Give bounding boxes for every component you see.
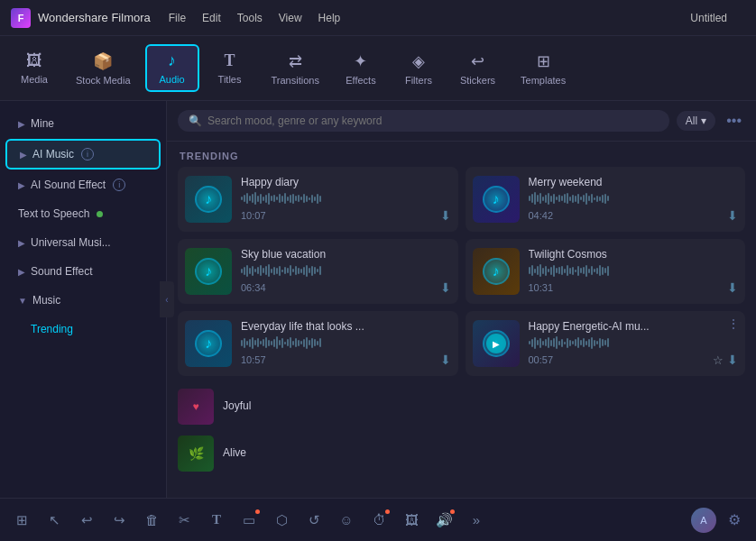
sidebar-item-text-to-speech[interactable]: Text to Speech	[5, 200, 161, 227]
search-input[interactable]	[207, 115, 659, 127]
track-duration-everyday-life: 10:57	[241, 354, 266, 365]
menu-file[interactable]: File	[169, 12, 186, 24]
sidebar-item-universal-music[interactable]: ▶ Universal Musi...	[5, 229, 161, 256]
download-icon-sky-blue-vacation[interactable]: ⬇	[440, 280, 451, 295]
toolbar-filters[interactable]: ◈ Filters	[392, 46, 446, 91]
bottom-btn-cursor[interactable]: ↖	[40, 506, 69, 535]
filter-chevron-icon: ▾	[701, 115, 706, 127]
toolbar-titles[interactable]: T Titles	[203, 46, 257, 90]
toolbar-effects[interactable]: ✦ Effects	[334, 46, 388, 91]
sidebar-collapse-button[interactable]: ‹	[160, 281, 174, 317]
waveform-happy-diary	[241, 191, 451, 206]
bottom-btn-grid-view[interactable]: ⊞	[7, 506, 36, 535]
ai-music-info-icon: i	[81, 148, 94, 160]
sidebar-item-sound-effect[interactable]: ▶ Sound Effect	[5, 258, 161, 285]
menu-view[interactable]: View	[279, 12, 302, 24]
toolbar-media[interactable]: 🖼 Media	[7, 46, 61, 90]
toolbar-transitions[interactable]: ⇄ Transitions	[261, 46, 330, 91]
star-icon-happy-energetic[interactable]: ☆	[713, 353, 724, 367]
sound-effect-label: Sound Effect	[31, 265, 93, 278]
toolbar-stock-media[interactable]: 📦 Stock Media	[65, 46, 142, 91]
waveform-happy-energetic	[529, 335, 739, 350]
bottom-btn-cut[interactable]: ✂	[170, 506, 198, 535]
menu-bar: File Edit Tools View Help	[169, 12, 691, 24]
track-title-alive: Alive	[223, 446, 246, 459]
track-card-happy-energetic[interactable]: ♪ ▶ Happy Energetic-AI mu... 00:57 ☆ ⬇	[466, 311, 746, 376]
search-more-button[interactable]: •••	[723, 113, 745, 129]
bottom-btn-rotate[interactable]: ↺	[300, 506, 328, 535]
music-chevron: ▼	[18, 296, 27, 306]
filter-label: All	[686, 115, 697, 127]
filters-icon: ◈	[412, 51, 425, 71]
track-duration-merry-weekend: 04:42	[529, 210, 554, 221]
track-duration-happy-diary: 10:07	[241, 210, 266, 221]
toolbar-audio[interactable]: ♪ Audio	[145, 44, 199, 92]
audio-dot	[450, 509, 455, 514]
download-icon-everyday-life[interactable]: ⬇	[440, 353, 451, 367]
tracks-grid: ♪ Happy diary 10:07 ⬇	[167, 167, 756, 383]
download-icon-happy-energetic[interactable]: ⬇	[727, 353, 738, 367]
track-thumb-merry-weekend: ♪	[473, 176, 520, 223]
mine-label: Mine	[31, 117, 54, 130]
bottom-btn-image[interactable]: 🖼	[397, 506, 426, 535]
download-icon-merry-weekend[interactable]: ⬇	[727, 208, 738, 223]
thumb-bg-twilight-cosmos: ♪	[473, 248, 520, 295]
bottom-btn-face[interactable]: ☺	[332, 506, 361, 535]
toolbar-templates[interactable]: ⊞ Templates	[510, 46, 576, 91]
waveform-merry-weekend	[529, 191, 739, 206]
bottom-btn-more[interactable]: »	[462, 506, 491, 535]
download-icon-happy-diary[interactable]: ⬇	[440, 208, 451, 223]
titlebar: F Wondershare Filmora File Edit Tools Vi…	[0, 0, 756, 36]
text-to-speech-badge	[97, 211, 103, 217]
music-label: Music	[32, 294, 60, 307]
media-icon: 🖼	[26, 51, 42, 70]
track-title-sky-blue-vacation: Sky blue vacation	[241, 248, 451, 261]
search-filter-dropdown[interactable]: All ▾	[677, 111, 715, 131]
settings-button[interactable]: ⚙	[720, 506, 749, 535]
thumb-joyful: ♥	[178, 389, 214, 425]
bottom-btn-undo[interactable]: ↩	[72, 506, 101, 535]
toolbar-stickers[interactable]: ↩ Stickers	[449, 46, 506, 91]
track-card-sky-blue-vacation[interactable]: ♪ Sky blue vacation 06:34 ⬇	[178, 239, 458, 304]
track-card-everyday-life[interactable]: ♪ Everyday life that looks ... 10:57 ⬇	[178, 311, 458, 376]
bottom-btn-speed[interactable]: ⏱	[364, 506, 393, 535]
menu-tools[interactable]: Tools	[237, 12, 263, 24]
logo-icon: F	[11, 8, 31, 28]
track-card-happy-diary[interactable]: ♪ Happy diary 10:07 ⬇	[178, 167, 458, 232]
bottom-btn-mask[interactable]: ⬡	[267, 506, 296, 535]
sidebar-item-ai-music[interactable]: ▶ AI Music i	[5, 139, 161, 170]
main-toolbar: 🖼 Media 📦 Stock Media ♪ Audio T Titles ⇄…	[0, 36, 756, 101]
titles-label: Titles	[218, 74, 242, 85]
track-duration-twilight-cosmos: 10:31	[529, 282, 554, 293]
menu-edit[interactable]: Edit	[202, 12, 221, 24]
sidebar-item-music[interactable]: ▼ Music	[5, 287, 161, 314]
templates-icon: ⊞	[537, 51, 550, 71]
track-options-happy-energetic[interactable]: ⋮	[727, 316, 740, 331]
titles-icon: T	[225, 51, 235, 70]
list-item-alive[interactable]: 🌿 Alive	[167, 430, 756, 477]
bottom-btn-redo[interactable]: ↪	[105, 506, 134, 535]
sidebar-item-mine[interactable]: ▶ Mine	[5, 110, 161, 137]
bottom-btn-text[interactable]: T	[202, 506, 231, 535]
download-icon-twilight-cosmos[interactable]: ⬇	[727, 280, 738, 295]
track-title-happy-energetic: Happy Energetic-AI mu...	[529, 320, 739, 333]
bottom-btn-delete[interactable]: 🗑	[137, 506, 166, 535]
track-meta-sky-blue-vacation: 06:34 ⬇	[241, 280, 451, 295]
track-info-happy-energetic: Happy Energetic-AI mu... 00:57 ☆ ⬇	[529, 320, 739, 367]
sidebar-item-ai-sound-effect[interactable]: ▶ AI Sound Effect i	[5, 171, 161, 198]
track-card-twilight-cosmos[interactable]: ♪ Twilight Cosmos 10:31 ⬇	[466, 239, 746, 304]
mine-chevron: ▶	[18, 119, 25, 129]
bottom-btn-audio[interactable]: 🔊	[429, 506, 458, 535]
speed-dot	[385, 509, 390, 514]
audio-content: 🔍 All ▾ ••• TRENDING ♪ Happy diary	[167, 101, 756, 498]
list-item-joyful[interactable]: ♥ Joyful	[167, 383, 756, 430]
sidebar-item-trending[interactable]: Trending	[5, 316, 161, 343]
ai-music-label: AI Music	[32, 148, 74, 160]
menu-help[interactable]: Help	[318, 12, 341, 24]
user-avatar[interactable]: A	[691, 508, 716, 533]
track-title-happy-diary: Happy diary	[241, 176, 451, 188]
track-card-merry-weekend[interactable]: ♪ Merry weekend 04:42 ⬇	[466, 167, 746, 232]
play-icon-overlay: ▶	[486, 334, 506, 353]
search-input-wrap[interactable]: 🔍	[178, 110, 669, 132]
bottom-btn-crop[interactable]: ▭	[235, 506, 263, 535]
